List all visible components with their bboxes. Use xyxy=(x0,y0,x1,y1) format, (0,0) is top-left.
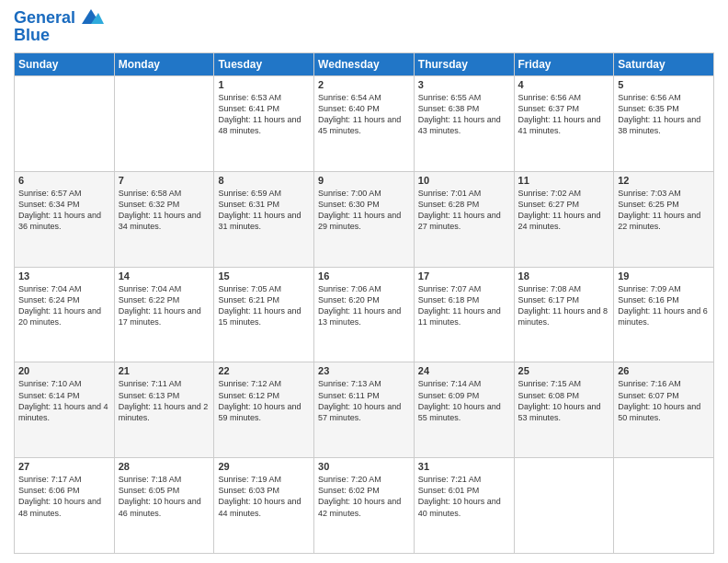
day-number: 19 xyxy=(618,270,710,282)
day-info: Sunrise: 6:56 AMSunset: 6:35 PMDaylight:… xyxy=(618,92,710,137)
day-info: Sunrise: 7:20 AMSunset: 6:02 PMDaylight:… xyxy=(318,474,410,519)
day-info: Sunrise: 7:04 AMSunset: 6:22 PMDaylight:… xyxy=(119,283,210,328)
calendar-cell: 11Sunrise: 7:02 AMSunset: 6:27 PMDayligh… xyxy=(514,171,614,267)
calendar-cell: 26Sunrise: 7:16 AMSunset: 6:07 PMDayligh… xyxy=(614,362,714,458)
logo-icon xyxy=(78,7,104,28)
calendar-table: SundayMondayTuesdayWednesdayThursdayFrid… xyxy=(14,52,714,554)
day-info: Sunrise: 7:10 AMSunset: 6:14 PMDaylight:… xyxy=(18,378,110,423)
day-number: 26 xyxy=(618,365,710,376)
weekday-header-tuesday: Tuesday xyxy=(214,53,314,76)
day-number: 9 xyxy=(318,175,410,186)
day-number: 16 xyxy=(318,270,410,282)
calendar-cell: 4Sunrise: 6:56 AMSunset: 6:37 PMDaylight… xyxy=(514,76,614,172)
weekday-header-thursday: Thursday xyxy=(414,53,514,76)
day-info: Sunrise: 6:54 AMSunset: 6:40 PMDaylight:… xyxy=(318,92,410,137)
day-info: Sunrise: 7:06 AMSunset: 6:20 PMDaylight:… xyxy=(318,283,410,328)
calendar-cell: 10Sunrise: 7:01 AMSunset: 6:28 PMDayligh… xyxy=(414,171,514,267)
day-info: Sunrise: 7:04 AMSunset: 6:24 PMDaylight:… xyxy=(18,283,110,328)
day-number: 29 xyxy=(218,461,310,472)
day-number: 17 xyxy=(418,270,510,282)
week-row-5: 27Sunrise: 7:17 AMSunset: 6:06 PMDayligh… xyxy=(15,458,714,554)
calendar-cell: 1Sunrise: 6:53 AMSunset: 6:41 PMDaylight… xyxy=(214,76,314,172)
weekday-header-friday: Friday xyxy=(514,53,614,76)
day-info: Sunrise: 7:19 AMSunset: 6:03 PMDaylight:… xyxy=(218,474,310,519)
day-info: Sunrise: 7:03 AMSunset: 6:25 PMDaylight:… xyxy=(618,188,710,233)
day-info: Sunrise: 6:55 AMSunset: 6:38 PMDaylight:… xyxy=(418,92,510,137)
day-number: 22 xyxy=(218,365,310,376)
day-number: 8 xyxy=(218,175,310,186)
calendar-cell: 9Sunrise: 7:00 AMSunset: 6:30 PMDaylight… xyxy=(314,171,415,267)
calendar-cell: 18Sunrise: 7:08 AMSunset: 6:17 PMDayligh… xyxy=(514,267,614,362)
day-number: 31 xyxy=(418,461,510,472)
day-info: Sunrise: 7:00 AMSunset: 6:30 PMDaylight:… xyxy=(318,188,410,233)
calendar-cell xyxy=(514,458,614,554)
day-number: 11 xyxy=(518,175,610,186)
calendar-cell: 27Sunrise: 7:17 AMSunset: 6:06 PMDayligh… xyxy=(15,458,115,554)
calendar-cell: 12Sunrise: 7:03 AMSunset: 6:25 PMDayligh… xyxy=(614,171,714,267)
day-number: 1 xyxy=(218,79,310,90)
day-number: 4 xyxy=(518,79,610,90)
day-number: 21 xyxy=(119,365,210,376)
logo-text: General xyxy=(14,9,75,28)
day-info: Sunrise: 7:21 AMSunset: 6:01 PMDaylight:… xyxy=(418,474,510,519)
day-number: 27 xyxy=(18,461,110,472)
header: General Blue xyxy=(14,9,714,45)
calendar-cell: 7Sunrise: 6:58 AMSunset: 6:32 PMDaylight… xyxy=(114,171,214,267)
day-info: Sunrise: 7:15 AMSunset: 6:08 PMDaylight:… xyxy=(518,378,610,423)
day-info: Sunrise: 7:12 AMSunset: 6:12 PMDaylight:… xyxy=(218,378,310,423)
calendar-cell xyxy=(15,76,115,172)
calendar-cell: 16Sunrise: 7:06 AMSunset: 6:20 PMDayligh… xyxy=(314,267,415,362)
day-number: 23 xyxy=(318,365,410,376)
calendar-cell: 3Sunrise: 6:55 AMSunset: 6:38 PMDaylight… xyxy=(414,76,514,172)
day-info: Sunrise: 7:13 AMSunset: 6:11 PMDaylight:… xyxy=(318,378,410,423)
day-info: Sunrise: 7:09 AMSunset: 6:16 PMDaylight:… xyxy=(618,283,710,328)
day-info: Sunrise: 7:07 AMSunset: 6:18 PMDaylight:… xyxy=(418,283,510,328)
calendar-cell: 24Sunrise: 7:14 AMSunset: 6:09 PMDayligh… xyxy=(414,362,514,458)
day-number: 12 xyxy=(618,175,710,186)
logo: General Blue xyxy=(14,9,104,45)
day-info: Sunrise: 7:18 AMSunset: 6:05 PMDaylight:… xyxy=(119,474,210,519)
day-info: Sunrise: 7:05 AMSunset: 6:21 PMDaylight:… xyxy=(218,283,310,328)
day-info: Sunrise: 6:58 AMSunset: 6:32 PMDaylight:… xyxy=(119,188,210,233)
calendar-cell xyxy=(114,76,214,172)
calendar-cell: 13Sunrise: 7:04 AMSunset: 6:24 PMDayligh… xyxy=(15,267,115,362)
week-row-4: 20Sunrise: 7:10 AMSunset: 6:14 PMDayligh… xyxy=(15,362,714,458)
weekday-header-row: SundayMondayTuesdayWednesdayThursdayFrid… xyxy=(15,53,714,76)
calendar-cell xyxy=(614,458,714,554)
weekday-header-sunday: Sunday xyxy=(15,53,115,76)
logo-blue-text: Blue xyxy=(14,26,104,45)
calendar-cell: 14Sunrise: 7:04 AMSunset: 6:22 PMDayligh… xyxy=(114,267,214,362)
calendar-cell: 29Sunrise: 7:19 AMSunset: 6:03 PMDayligh… xyxy=(214,458,314,554)
week-row-2: 6Sunrise: 6:57 AMSunset: 6:34 PMDaylight… xyxy=(15,171,714,267)
day-number: 2 xyxy=(318,79,410,90)
calendar-cell: 23Sunrise: 7:13 AMSunset: 6:11 PMDayligh… xyxy=(314,362,415,458)
day-info: Sunrise: 6:53 AMSunset: 6:41 PMDaylight:… xyxy=(218,92,310,137)
day-number: 10 xyxy=(418,175,510,186)
day-number: 14 xyxy=(119,270,210,282)
calendar-cell: 17Sunrise: 7:07 AMSunset: 6:18 PMDayligh… xyxy=(414,267,514,362)
calendar-page: General Blue SundayMondayTuesdayWednesda… xyxy=(0,0,728,563)
day-number: 25 xyxy=(518,365,610,376)
day-info: Sunrise: 7:02 AMSunset: 6:27 PMDaylight:… xyxy=(518,188,610,233)
calendar-cell: 8Sunrise: 6:59 AMSunset: 6:31 PMDaylight… xyxy=(214,171,314,267)
weekday-header-monday: Monday xyxy=(114,53,214,76)
weekday-header-saturday: Saturday xyxy=(614,53,714,76)
calendar-cell: 2Sunrise: 6:54 AMSunset: 6:40 PMDaylight… xyxy=(314,76,415,172)
day-number: 13 xyxy=(18,270,110,282)
calendar-cell: 5Sunrise: 6:56 AMSunset: 6:35 PMDaylight… xyxy=(614,76,714,172)
calendar-cell: 25Sunrise: 7:15 AMSunset: 6:08 PMDayligh… xyxy=(514,362,614,458)
day-number: 15 xyxy=(218,270,310,282)
day-info: Sunrise: 7:16 AMSunset: 6:07 PMDaylight:… xyxy=(618,378,710,423)
calendar-cell: 20Sunrise: 7:10 AMSunset: 6:14 PMDayligh… xyxy=(15,362,115,458)
day-number: 20 xyxy=(18,365,110,376)
day-info: Sunrise: 6:56 AMSunset: 6:37 PMDaylight:… xyxy=(518,92,610,137)
week-row-1: 1Sunrise: 6:53 AMSunset: 6:41 PMDaylight… xyxy=(15,76,714,172)
day-number: 3 xyxy=(418,79,510,90)
day-number: 28 xyxy=(119,461,210,472)
day-info: Sunrise: 7:17 AMSunset: 6:06 PMDaylight:… xyxy=(18,474,110,519)
day-number: 5 xyxy=(618,79,710,90)
calendar-cell: 22Sunrise: 7:12 AMSunset: 6:12 PMDayligh… xyxy=(214,362,314,458)
calendar-cell: 6Sunrise: 6:57 AMSunset: 6:34 PMDaylight… xyxy=(15,171,115,267)
week-row-3: 13Sunrise: 7:04 AMSunset: 6:24 PMDayligh… xyxy=(15,267,714,362)
day-info: Sunrise: 6:57 AMSunset: 6:34 PMDaylight:… xyxy=(18,188,110,233)
